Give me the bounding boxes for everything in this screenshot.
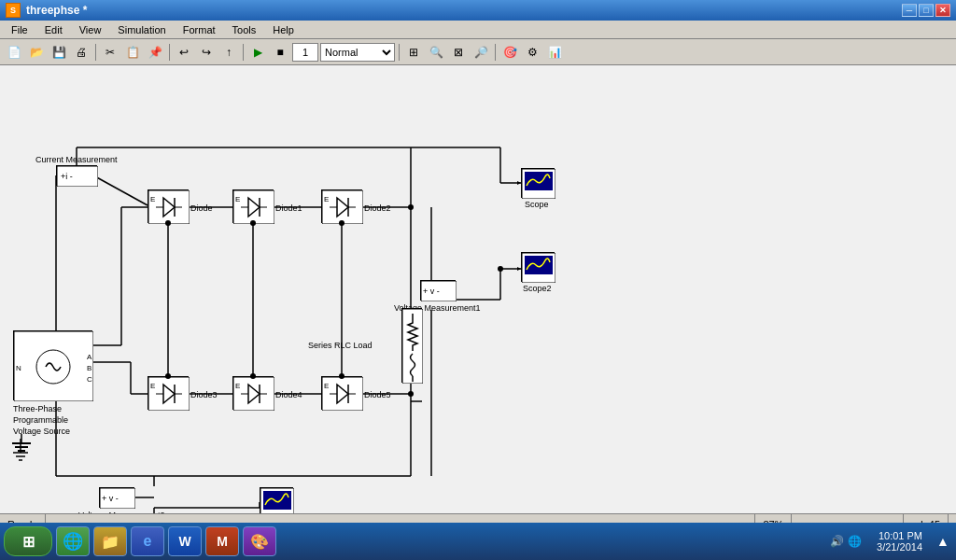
svg-point-111 (408, 391, 414, 397)
open-button[interactable]: 📂 (26, 42, 47, 63)
taskbar: ⊞ 🌐 📁 e W M 🎨 🔊 🌐 10:01 PM 3/21/2014 ▲ (0, 523, 956, 560)
cut-button[interactable]: ✂ (100, 42, 120, 63)
svg-text:E: E (324, 195, 329, 203)
paste-button[interactable]: 📌 (145, 42, 165, 63)
diode2-label: Diode2 (364, 203, 391, 213)
svg-text:E: E (235, 382, 240, 390)
run-button[interactable]: ▶ (247, 42, 268, 63)
scope2-label: Scope2 (523, 284, 552, 293)
save-button[interactable]: 💾 (49, 42, 69, 63)
matlab-icon: M (217, 534, 228, 549)
title-bar: S threephse * ─ □ ✕ (0, 0, 956, 21)
block-button[interactable]: 📊 (544, 42, 565, 63)
svg-text:E: E (235, 195, 240, 203)
sep2 (169, 44, 170, 61)
voltage-measurement2-block[interactable]: + v - (99, 487, 134, 508)
paint-icon: 🎨 (250, 533, 269, 551)
param-button[interactable]: ⚙ (522, 42, 542, 63)
new-button[interactable]: 📄 (4, 42, 24, 63)
diode5-label: Diode5 (364, 390, 391, 399)
sep1 (95, 44, 96, 61)
menu-help[interactable]: Help (265, 22, 302, 37)
svg-text:B: B (87, 364, 91, 372)
svg-text:N: N (16, 364, 21, 372)
sim-button[interactable]: 🎯 (499, 42, 520, 63)
up-button[interactable]: ↑ (218, 42, 239, 63)
taskbar-clock[interactable]: 10:01 PM 3/21/2014 (869, 530, 930, 553)
taskbar-word[interactable]: W (168, 526, 202, 556)
debug-button[interactable]: 🔍 (426, 42, 446, 63)
diode5-block[interactable]: E (321, 376, 362, 410)
scope1-block[interactable] (260, 487, 293, 513)
diode4-block[interactable]: E (232, 376, 274, 410)
menu-tools[interactable]: Tools (225, 22, 264, 37)
print-button[interactable]: 🖨 (71, 42, 91, 63)
current-measurement-block[interactable]: +i - (56, 165, 97, 186)
series-rlc-block[interactable] (401, 308, 422, 383)
fit-button[interactable]: ⊠ (448, 42, 469, 63)
sep4 (399, 44, 400, 61)
taskbar-paint[interactable]: 🎨 (243, 526, 276, 556)
svg-text:+ v -: + v - (423, 287, 440, 296)
maximize-button[interactable]: □ (919, 4, 934, 17)
start-button[interactable]: ⊞ (4, 526, 52, 556)
word-icon: W (178, 534, 190, 549)
scope-label: Scope (525, 200, 549, 209)
diode2-block[interactable]: E (321, 189, 362, 223)
scope2-block[interactable] (521, 252, 555, 282)
copy-button[interactable]: 📋 (122, 42, 143, 63)
voltage-measurement1-block[interactable]: + v - (420, 280, 456, 301)
menu-simulation[interactable]: Simulation (110, 22, 173, 37)
svg-text:E: E (150, 382, 155, 390)
current-measurement-label: Current Measurement (35, 155, 118, 164)
svg-text:+ v -: + v - (102, 494, 119, 503)
zoom-button[interactable]: 🔎 (471, 42, 491, 63)
svg-text:C: C (87, 375, 92, 384)
menu-view[interactable]: View (72, 22, 109, 37)
svg-text:+i -: +i - (61, 172, 73, 181)
voltage-measurement2-label: Voltage Measurement2 (78, 511, 165, 513)
ie-icon: e (144, 533, 152, 550)
taskbar-matlab[interactable]: M (205, 526, 239, 556)
diode1-block[interactable]: E (232, 189, 274, 223)
taskbar-ie[interactable]: e (131, 526, 164, 556)
scope-block[interactable] (521, 168, 555, 198)
diode-block[interactable]: E (148, 189, 189, 223)
diode3-block[interactable]: E (148, 376, 189, 410)
svg-text:A: A (87, 353, 92, 361)
tray-icon2: 🌐 (848, 535, 862, 548)
diode3-label: Diode3 (190, 390, 218, 399)
notification-chevron[interactable]: ▲ (934, 526, 952, 556)
redo-button[interactable]: ↪ (196, 42, 217, 63)
diode-label: Diode (190, 203, 213, 213)
lib-button[interactable]: ⊞ (403, 42, 424, 63)
stop-button[interactable]: ■ (270, 42, 290, 63)
explorer-icon: 📁 (101, 533, 120, 551)
three-phase-source-block[interactable]: A B C N (13, 330, 92, 400)
diode4-label: Diode4 (275, 390, 302, 399)
run-time-input[interactable] (292, 43, 318, 62)
taskbar-chrome[interactable]: 🌐 (56, 526, 90, 556)
chrome-icon: 🌐 (63, 531, 83, 552)
window-title: threephse * (26, 4, 87, 17)
sep5 (495, 44, 496, 61)
svg-point-110 (408, 204, 414, 210)
diode1-label: Diode1 (275, 203, 302, 213)
close-button[interactable]: ✕ (935, 4, 950, 17)
connections-svg (0, 65, 956, 513)
svg-point-112 (498, 266, 503, 272)
minimize-button[interactable]: ─ (902, 4, 917, 17)
taskbar-explorer[interactable]: 📁 (93, 526, 127, 556)
menu-file[interactable]: File (4, 22, 35, 37)
menu-format[interactable]: Format (176, 22, 223, 37)
menu-bar: File Edit View Simulation Format Tools H… (0, 21, 956, 39)
mode-select[interactable]: Normal Accelerator (320, 43, 395, 62)
undo-button[interactable]: ↩ (174, 42, 194, 63)
menu-edit[interactable]: Edit (37, 22, 70, 37)
canvas-area: +i - Current Measurement A B C N Three-P… (0, 65, 956, 513)
sep3 (243, 44, 244, 61)
svg-text:E: E (150, 195, 155, 203)
ground-symbol (7, 434, 35, 464)
tray-icon1: 🔊 (830, 535, 844, 548)
toolbar: 📄 📂 💾 🖨 ✂ 📋 📌 ↩ ↪ ↑ ▶ ■ Normal Accelerat… (0, 39, 956, 65)
